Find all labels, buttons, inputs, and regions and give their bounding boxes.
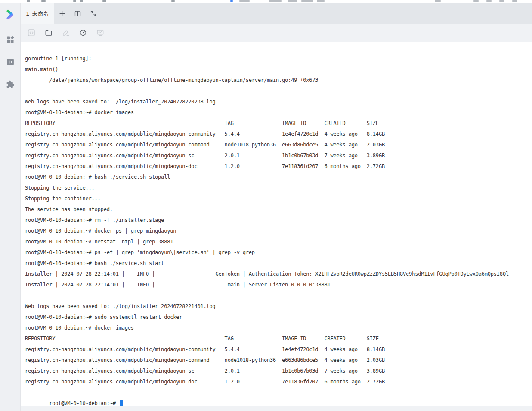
app-logo[interactable]: [3, 8, 17, 22]
terminal-line: REPOSITORY TAG IMAGE ID CREATED SIZE: [25, 333, 532, 344]
sidebar-item-apps[interactable]: [3, 33, 17, 47]
apps-grid-icon: [6, 35, 15, 44]
terminal-line: registry.cn-hangzhou.aliyuncs.com/mdpubl…: [25, 355, 532, 366]
main-panel: 1 未命名: [21, 3, 532, 411]
performance-button[interactable]: [79, 29, 87, 37]
terminal-prompt-line: root@VM-0-10-debian:~#: [25, 387, 532, 398]
terminal-line: root@VM-0-10-debian:~# docker images: [25, 107, 532, 118]
chrome-fragment: [73, 0, 76, 2]
monitor-button[interactable]: [96, 29, 104, 37]
sidebar-item-code[interactable]: [3, 55, 17, 69]
terminal-line: REPOSITORY TAG IMAGE ID CREATED SIZE: [25, 118, 532, 129]
terminal-line: [25, 290, 532, 301]
terminal-line: registry.cn-hangzhou.aliyuncs.com/mdpubl…: [25, 377, 532, 387]
tab-untitled[interactable]: 1 未命名: [21, 3, 54, 24]
gauge-icon: [79, 29, 87, 37]
chrome-fragment: [171, 0, 175, 2]
chrome-fragment: [512, 0, 517, 2]
terminal-line: Web logs have been saved to: ./log/insta…: [25, 301, 532, 312]
monitor-chart-icon: [96, 29, 104, 37]
terminal-line: [25, 86, 532, 97]
terminal-line: goroutine 1 [running]:: [25, 53, 532, 64]
terminal-line: Installer | 2024-07-28 22:14:01 | INFO |…: [25, 269, 532, 280]
terminal-line: /data/jenkins/workspace/group-offline/of…: [25, 75, 532, 86]
tab-title: 未命名: [32, 10, 49, 18]
chrome-fragment: [435, 0, 441, 2]
terminal-line: registry.cn-hangzhou.aliyuncs.com/mdpubl…: [25, 129, 532, 140]
terminal-line: Installer | 2024-07-28 22:14:01 | INFO |…: [25, 280, 532, 290]
terminal-line: root@VM-0-10-debian:~# bash ./service.sh…: [25, 258, 532, 269]
folder-icon: [45, 29, 53, 37]
new-tab-button[interactable]: [54, 3, 70, 24]
terminal-line: root@VM-0-10-debian:~# rm -f ./installer…: [25, 215, 532, 226]
left-sidebar: [0, 3, 21, 411]
terminal-line: root@VM-0-10-debian:~# sudo systemctl re…: [25, 312, 532, 323]
tab-index: 1: [26, 10, 29, 17]
terminal-line: registry.cn-hangzhou.aliyuncs.com/mdpubl…: [25, 161, 532, 172]
terminal-line: main.main(): [25, 64, 532, 75]
bottom-strip: [21, 406, 532, 411]
chrome-fragment: [473, 0, 479, 2]
split-pane-button[interactable]: [70, 3, 85, 24]
code-snippet-button[interactable]: [28, 29, 35, 37]
terminal-cursor: [120, 400, 123, 406]
split-pane-icon: [74, 10, 81, 17]
terminal-line: root@VM-0-10-debian:~# netstat -ntpl | g…: [25, 237, 532, 247]
plus-new-tab-icon: [59, 10, 66, 17]
terminal-line: Stopping the container...: [25, 193, 532, 204]
chrome-fragment: [230, 0, 233, 2]
chrome-fragment: [499, 0, 504, 2]
terminal-line: The service has been stopped.: [25, 204, 532, 215]
terminal-line: Stopping the service...: [25, 183, 532, 193]
terminal-line: registry.cn-hangzhou.aliyuncs.com/mdpubl…: [25, 344, 532, 355]
terminal-line: root@VM-0-10-debian:~# docker images: [25, 323, 532, 333]
chrome-fragment: [269, 0, 282, 2]
terminal-output[interactable]: goroutine 1 [running]: main.main() /data…: [21, 42, 532, 406]
terminal-line: root@VM-0-10-debian:~# docker ps | grep …: [25, 226, 532, 237]
chrome-fragment: [41, 0, 46, 2]
editor-toolbar: [21, 24, 532, 42]
terminal-line: registry.cn-hangzhou.aliyuncs.com/mdpubl…: [25, 150, 532, 161]
tab-bar: 1 未命名: [21, 3, 532, 24]
chrome-fragment: [317, 0, 325, 2]
sidebar-item-extensions[interactable]: [3, 78, 17, 91]
terminal-line: root@VM-0-10-debian:~# bash ./service.sh…: [25, 172, 532, 183]
chrome-fragment: [486, 0, 492, 2]
edit-button[interactable]: [62, 29, 70, 37]
pencil-edit-icon: [62, 29, 70, 37]
chrome-fragment: [27, 0, 30, 2]
chrome-fragment: [80, 0, 83, 2]
code-snippet-icon: [28, 29, 35, 37]
terminal-prompt: root@VM-0-10-debian:~#: [49, 400, 119, 406]
chrome-fragment: [301, 0, 313, 2]
browser-chrome-sliver: [0, 0, 532, 3]
puzzle-extension-icon: [6, 80, 15, 89]
chevron-logo-icon: [5, 9, 16, 20]
fullscreen-button[interactable]: [85, 3, 101, 24]
expand-diagonal-icon: [90, 10, 97, 17]
chrome-fragment: [102, 0, 106, 2]
terminal-line: Web logs have been saved to: ./log/insta…: [25, 97, 532, 107]
code-file-icon: [6, 58, 15, 66]
terminal-line: root@VM-0-10-debian:~# ps -ef | grep 'mi…: [25, 247, 532, 258]
terminal-line: registry.cn-hangzhou.aliyuncs.com/mdpubl…: [25, 366, 532, 377]
chrome-fragment: [239, 0, 250, 2]
app-window: 1 未命名: [0, 3, 532, 411]
chrome-fragment: [288, 0, 297, 2]
terminal-line: registry.cn-hangzhou.aliyuncs.com/mdpubl…: [25, 140, 532, 150]
file-manager-button[interactable]: [45, 29, 53, 37]
